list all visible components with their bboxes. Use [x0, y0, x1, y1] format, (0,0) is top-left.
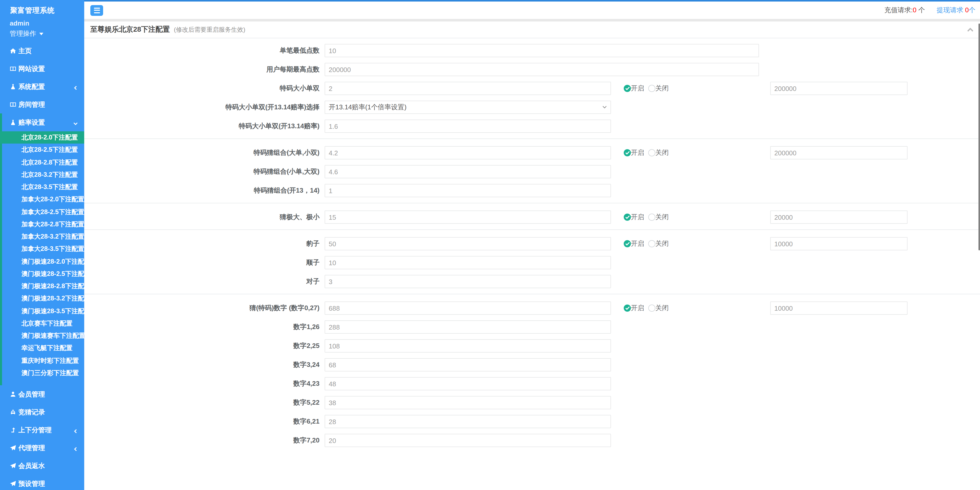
sidebar-item-10[interactable]: 预设管理: [0, 475, 84, 490]
limit-input[interactable]: [770, 146, 907, 160]
field-input[interactable]: [325, 237, 611, 251]
radio-on[interactable]: [624, 214, 631, 221]
field-input[interactable]: [325, 377, 611, 390]
radio-off[interactable]: [648, 240, 655, 247]
field-input[interactable]: [325, 320, 611, 334]
sidebar-item-2[interactable]: 系统配置: [0, 78, 84, 96]
field-input[interactable]: [325, 63, 759, 76]
chevron-up-icon[interactable]: [967, 27, 974, 32]
sidebar-item-5[interactable]: 会员管理: [0, 385, 84, 403]
form-row-3: 特码大小单双(开13.14赔率)选择开13.14赔率(1个倍率设置): [84, 101, 980, 114]
menu-toggle-button[interactable]: [90, 5, 103, 16]
field-select[interactable]: 开13.14赔率(1个倍率设置): [325, 101, 611, 114]
field-input[interactable]: [325, 165, 611, 178]
field-label: 特码大小单双: [178, 84, 320, 93]
submenu-item-6[interactable]: 加拿大28-2.5下注配置: [0, 206, 84, 218]
field-label: 特码大小单双(开13.14赔率): [178, 121, 320, 131]
field-input[interactable]: [325, 339, 611, 353]
field-label: 数字7,20: [178, 436, 320, 445]
limit-input[interactable]: [770, 302, 907, 315]
submenu-item-13[interactable]: 澳门极速28-3.2下注配置: [0, 292, 84, 305]
level-up-icon: [9, 426, 16, 434]
sidebar-item-label: 会员管理: [18, 389, 45, 399]
field-input[interactable]: [325, 275, 611, 288]
form-row-6: 特码猜组合(小单,大双): [84, 165, 980, 178]
sidebar-item-label: 竞猜记录: [18, 407, 45, 417]
sidebar-item-7[interactable]: 上下分管理: [0, 421, 84, 439]
form-row-9: 豹子开启关闭: [84, 237, 980, 251]
submenu-item-9[interactable]: 加拿大28-3.5下注配置: [0, 243, 84, 255]
chevron-left-icon: [73, 445, 78, 450]
submenu-item-5[interactable]: 加拿大28-2.0下注配置: [0, 193, 84, 206]
submenu-item-7[interactable]: 加拿大28-2.8下注配置: [0, 218, 84, 231]
vertical-scrollbar[interactable]: [978, 24, 980, 251]
sidebar-item-4[interactable]: 赔率设置: [0, 113, 84, 131]
form-row-0: 单笔最低点数: [84, 44, 980, 57]
field-label: 数字3,24: [178, 360, 320, 369]
field-label: 猜(特码)数字 (数字0,27): [178, 303, 320, 313]
field-label: 特码猜组合(开13，14): [178, 186, 320, 195]
field-input[interactable]: [325, 302, 611, 315]
sidebar-item-8[interactable]: 代理管理: [0, 439, 84, 457]
radio-on-label: 开启: [631, 212, 644, 222]
limit-input[interactable]: [770, 211, 907, 224]
field-input[interactable]: [325, 44, 759, 57]
separator: [84, 203, 980, 203]
submenu-item-3[interactable]: 北京28-3.2下注配置: [0, 169, 84, 181]
submenu-item-19[interactable]: 澳门三分彩下注配置: [0, 367, 84, 379]
submenu-item-14[interactable]: 澳门极速28-3.5下注配置: [0, 305, 84, 317]
submenu-item-0[interactable]: 北京28-2.0下注配置: [0, 131, 84, 144]
radio-off[interactable]: [648, 149, 655, 156]
submenu-item-16[interactable]: 澳门极速赛车下注配置: [0, 330, 84, 342]
radio-on[interactable]: [624, 305, 631, 312]
sidebar-item-1[interactable]: 网站设置: [0, 60, 84, 78]
limit-input[interactable]: [770, 237, 907, 251]
field-input[interactable]: [325, 434, 611, 447]
sidebar-item-0[interactable]: 主页: [0, 42, 84, 60]
toggle-radio-group: 开启关闭: [624, 239, 770, 248]
sidebar-item-label: 代理管理: [18, 443, 45, 452]
submenu-item-11[interactable]: 澳门极速28-2.5下注配置: [0, 268, 84, 280]
toggle-radio-group: 开启关闭: [624, 84, 770, 93]
field-input[interactable]: [325, 120, 611, 133]
form-row-5: 特码猜组合(大单,小双)开启关闭: [84, 146, 980, 160]
radio-off[interactable]: [648, 85, 655, 92]
radio-off[interactable]: [648, 214, 655, 221]
withdraw-requests-link[interactable]: 提现请求 0个: [937, 6, 975, 15]
submenu-item-10[interactable]: 澳门极速28-2.0下注配置: [0, 255, 84, 268]
radio-off[interactable]: [648, 305, 655, 312]
admin-app: 聚富管理系统 admin 管理操作 主页网站设置系统配置房间管理赔率设置北京28…: [0, 0, 980, 490]
field-input[interactable]: [325, 184, 611, 197]
field-label: 数字2,25: [178, 341, 320, 351]
radio-on[interactable]: [624, 85, 631, 92]
field-input[interactable]: [325, 358, 611, 372]
submenu-item-17[interactable]: 幸运飞艇下注配置: [0, 342, 84, 354]
submenu-item-8[interactable]: 加拿大28-3.2下注配置: [0, 230, 84, 243]
submenu-item-4[interactable]: 北京28-3.5下注配置: [0, 181, 84, 193]
radio-off-label: 关闭: [655, 303, 669, 313]
sidebar-item-3[interactable]: 房间管理: [0, 96, 84, 113]
field-input[interactable]: [325, 211, 611, 224]
submenu-item-12[interactable]: 澳门极速28-2.8下注配置: [0, 280, 84, 292]
field-input[interactable]: [325, 256, 611, 269]
content-gap: [84, 19, 980, 21]
submenu-item-15[interactable]: 北京赛车下注配置: [0, 317, 84, 330]
field-input[interactable]: [325, 82, 611, 95]
submenu-item-1[interactable]: 北京28-2.5下注配置: [0, 144, 84, 156]
field-input[interactable]: [325, 396, 611, 409]
submenu-item-2[interactable]: 北京28-2.8下注配置: [0, 156, 84, 169]
field-label: 猜极大、极小: [178, 212, 320, 222]
radio-on[interactable]: [624, 149, 631, 156]
form-row-1: 用户每期最高点数: [84, 63, 980, 76]
columns-icon: [9, 65, 16, 72]
radio-on[interactable]: [624, 240, 631, 247]
field-input[interactable]: [325, 146, 611, 160]
field-input[interactable]: [325, 415, 611, 428]
user-menu-dropdown[interactable]: 管理操作: [0, 27, 84, 38]
withdraw-count: 0: [965, 6, 969, 14]
field-label: 用户每期最高点数: [178, 65, 320, 74]
limit-input[interactable]: [770, 82, 907, 95]
sidebar-item-9[interactable]: 会员返水: [0, 457, 84, 475]
sidebar-item-6[interactable]: 竞猜记录: [0, 403, 84, 421]
submenu-item-18[interactable]: 重庆时时彩下注配置: [0, 354, 84, 367]
